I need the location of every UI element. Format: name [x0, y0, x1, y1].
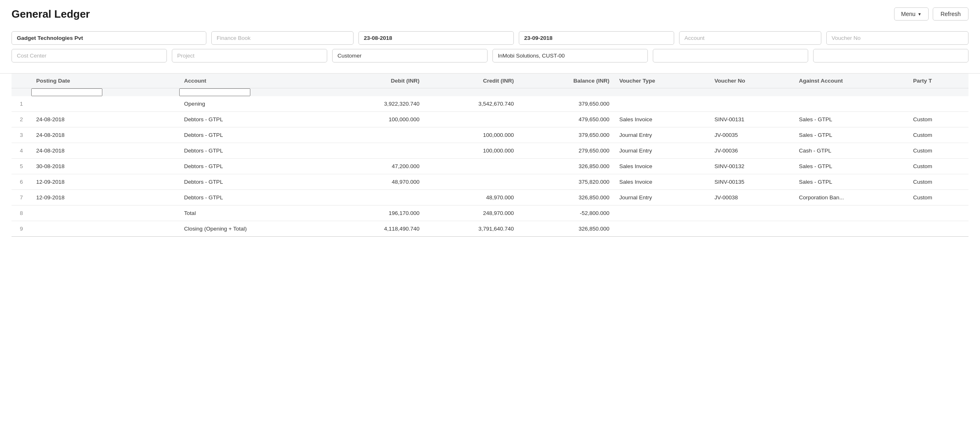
- customer-value-input[interactable]: [492, 49, 648, 62]
- row-num-cell: 5: [12, 159, 31, 174]
- balance-cell: 279,650.000: [519, 143, 615, 159]
- filter-cell-against: [794, 88, 908, 97]
- table-row: 712-09-2018Debtors - GTPL48,970.000326,8…: [12, 190, 968, 206]
- row-num-cell: 4: [12, 143, 31, 159]
- voucher-no-input[interactable]: [826, 31, 968, 45]
- account-cell: Debtors - GTPL: [179, 190, 330, 206]
- posting-date-cell: 12-09-2018: [31, 174, 179, 190]
- account-cell: Debtors - GTPL: [179, 159, 330, 174]
- posting-date-cell: 12-09-2018: [31, 190, 179, 206]
- debit-cell: [330, 190, 425, 206]
- voucher-no-cell: [710, 206, 794, 221]
- voucher-type-cell: Journal Entry: [615, 127, 710, 143]
- voucher-no-cell: JV-00036: [710, 143, 794, 159]
- from-date-input[interactable]: [358, 31, 514, 45]
- credit-cell: 100,000.000: [424, 127, 519, 143]
- voucher-type-cell: [615, 96, 710, 112]
- party-type-cell: [908, 206, 968, 221]
- account-cell: Opening: [179, 96, 330, 112]
- filter-cell-balance: [519, 88, 615, 97]
- col-header-balance: Balance (INR): [519, 74, 615, 88]
- voucher-type-cell: Sales Invoice: [615, 112, 710, 127]
- extra-filter-2[interactable]: [813, 49, 968, 62]
- account-cell: Debtors - GTPL: [179, 143, 330, 159]
- party-type-cell: Custom: [908, 143, 968, 159]
- voucher-no-cell: [710, 221, 794, 237]
- row-num-cell: 8: [12, 206, 31, 221]
- table-body: 1Opening3,922,320.7403,542,670.740379,65…: [12, 96, 968, 237]
- voucher-type-cell: Sales Invoice: [615, 159, 710, 174]
- party-type-cell: Custom: [908, 127, 968, 143]
- party-type-cell: Custom: [908, 159, 968, 174]
- voucher-type-cell: [615, 221, 710, 237]
- posting-date-cell: 24-08-2018: [31, 112, 179, 127]
- extra-filter-1[interactable]: [653, 49, 808, 62]
- account-cell: Debtors - GTPL: [179, 127, 330, 143]
- cost-center-input[interactable]: [12, 49, 167, 62]
- table-filter-row: [12, 88, 968, 97]
- row-num-cell: 9: [12, 221, 31, 237]
- against-account-cell: Sales - GTPL: [794, 127, 908, 143]
- balance-cell: -52,800.000: [519, 206, 615, 221]
- filter-cell-account: [179, 88, 330, 97]
- debit-cell: 47,200.000: [330, 159, 425, 174]
- filter-account[interactable]: [179, 88, 250, 96]
- finance-book-input[interactable]: [211, 31, 354, 45]
- col-header-credit: Credit (INR): [424, 74, 519, 88]
- posting-date-cell: 24-08-2018: [31, 127, 179, 143]
- against-account-cell: [794, 221, 908, 237]
- against-account-cell: Sales - GTPL: [794, 174, 908, 190]
- refresh-button[interactable]: Refresh: [933, 7, 968, 21]
- credit-cell: [424, 159, 519, 174]
- credit-cell: [424, 112, 519, 127]
- posting-date-cell: [31, 96, 179, 112]
- account-input[interactable]: [679, 31, 821, 45]
- voucher-type-cell: Journal Entry: [615, 190, 710, 206]
- col-header-against-account: Against Account: [794, 74, 908, 88]
- filter-cell-voucher-no: [710, 88, 794, 97]
- posting-date-cell: 24-08-2018: [31, 143, 179, 159]
- credit-cell: 3,542,670.740: [424, 96, 519, 112]
- against-account-cell: Sales - GTPL: [794, 112, 908, 127]
- filter-cell-debit: [330, 88, 425, 97]
- filter-row-1: [12, 31, 968, 45]
- party-type-cell: Custom: [908, 174, 968, 190]
- voucher-type-cell: Sales Invoice: [615, 174, 710, 190]
- project-input[interactable]: [172, 49, 327, 62]
- page-header: General Ledger Menu ▼ Refresh: [0, 0, 980, 27]
- header-actions: Menu ▼ Refresh: [894, 7, 968, 21]
- against-account-cell: Cash - GTPL: [794, 143, 908, 159]
- voucher-no-cell: JV-00035: [710, 127, 794, 143]
- debit-cell: [330, 127, 425, 143]
- company-input[interactable]: [12, 31, 206, 45]
- table-row: 324-08-2018Debtors - GTPL100,000.000379,…: [12, 127, 968, 143]
- to-date-input[interactable]: [519, 31, 674, 45]
- debit-cell: 48,970.000: [330, 174, 425, 190]
- customer-label-input[interactable]: [332, 49, 488, 62]
- posting-date-cell: 30-08-2018: [31, 159, 179, 174]
- account-cell: Debtors - GTPL: [179, 112, 330, 127]
- balance-cell: 375,820.000: [519, 174, 615, 190]
- account-cell: Closing (Opening + Total): [179, 221, 330, 237]
- menu-button[interactable]: Menu ▼: [894, 7, 929, 21]
- against-account-cell: Corporation Ban...: [794, 190, 908, 206]
- balance-cell: 326,850.000: [519, 221, 615, 237]
- party-type-cell: [908, 221, 968, 237]
- balance-cell: 326,850.000: [519, 159, 615, 174]
- voucher-no-cell: SINV-00135: [710, 174, 794, 190]
- ledger-table: Posting Date Account Debit (INR) Credit …: [12, 74, 968, 237]
- col-header-num: [12, 74, 31, 88]
- row-num-cell: 1: [12, 96, 31, 112]
- credit-cell: [424, 174, 519, 190]
- against-account-cell: [794, 206, 908, 221]
- balance-cell: 326,850.000: [519, 190, 615, 206]
- posting-date-cell: [31, 206, 179, 221]
- filter-posting-date[interactable]: [31, 88, 102, 96]
- credit-cell: 100,000.000: [424, 143, 519, 159]
- filter-cell-party: [908, 88, 968, 97]
- menu-label: Menu: [901, 11, 915, 17]
- col-header-account: Account: [179, 74, 330, 88]
- voucher-no-cell: SINV-00131: [710, 112, 794, 127]
- credit-cell: 248,970.000: [424, 206, 519, 221]
- party-type-cell: Custom: [908, 190, 968, 206]
